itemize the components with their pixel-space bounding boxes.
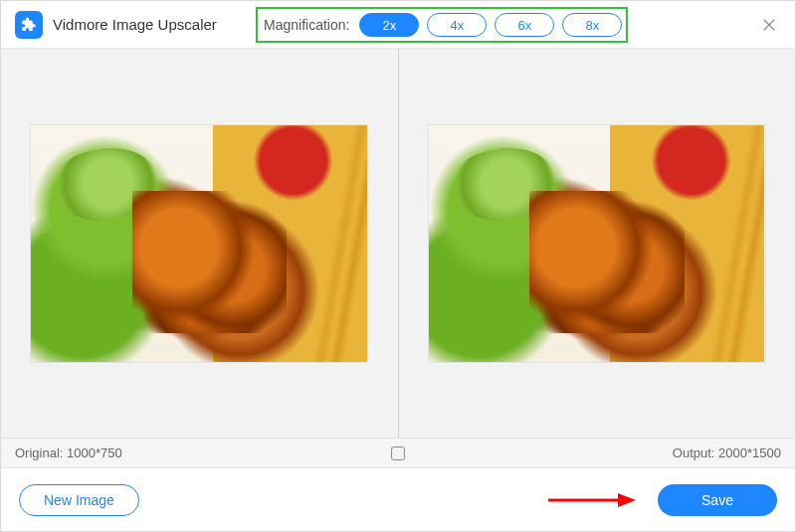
magnification-label: Magnification: (264, 17, 349, 33)
save-button[interactable]: Save (658, 484, 777, 516)
output-pane (399, 49, 796, 438)
magnification-option-8x[interactable]: 8x (562, 13, 622, 37)
close-button[interactable] (751, 7, 787, 43)
header-bar: Vidmore Image Upscaler Magnification: 2x… (1, 1, 795, 49)
original-image (30, 124, 368, 363)
magnification-group: Magnification: 2x 4x 6x 8x (256, 7, 628, 43)
output-image (428, 124, 766, 363)
svg-marker-1 (618, 493, 636, 507)
close-icon (760, 16, 778, 34)
app-title: Vidmore Image Upscaler (53, 16, 217, 33)
original-pane (1, 49, 398, 438)
food-photo-original (31, 125, 367, 362)
new-image-button[interactable]: New Image (19, 484, 139, 516)
magnification-option-4x[interactable]: 4x (427, 13, 487, 37)
puzzle-icon (20, 16, 38, 34)
info-bar: Original: 1000*750 Output: 2000*1500 (1, 438, 795, 467)
magnification-option-2x[interactable]: 2x (359, 13, 419, 37)
footer-bar: New Image Save (1, 467, 795, 531)
magnification-option-6x[interactable]: 6x (495, 13, 554, 37)
food-photo-output (429, 125, 765, 362)
app-logo (15, 11, 43, 39)
output-dimensions: Output: 2000*1500 (398, 445, 781, 460)
app-window: Vidmore Image Upscaler Magnification: 2x… (0, 0, 796, 532)
compare-toggle-icon[interactable] (391, 446, 405, 460)
preview-area (1, 49, 795, 438)
annotation-arrow (546, 490, 636, 510)
original-dimensions: Original: 1000*750 (15, 445, 398, 460)
